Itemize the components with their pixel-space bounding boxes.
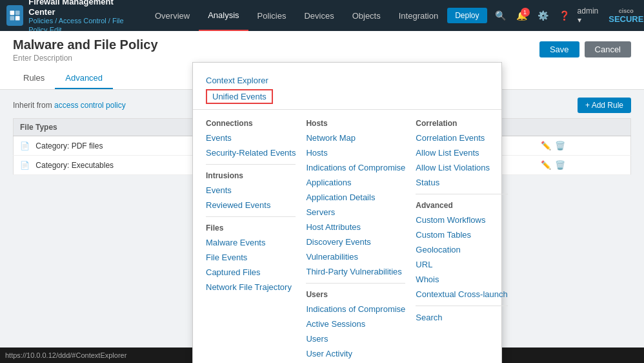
cancel-button[interactable]: Cancel [585,41,631,57]
section-hosts: Hosts [306,119,405,128]
section-correlation: Correlation [416,119,507,128]
dropdown-item-active-sessions[interactable]: Active Sessions [306,316,405,331]
dropdown-item-applications[interactable]: Applications [306,175,405,190]
tab-advanced[interactable]: Advanced [55,68,113,89]
dropdown-item-geolocation[interactable]: Geolocation [416,242,507,257]
dropdown-col-3: Correlation Correlation Events Allow Lis… [410,112,512,361]
dropdown-item-url[interactable]: URL [416,257,507,272]
edit-icon[interactable]: ✏️ [541,160,551,170]
dropdown-item-discovery-events[interactable]: Discovery Events [306,234,405,249]
action-icons: ✏️ 🗑️ [541,160,624,170]
section-files: Files [206,223,296,233]
section-users: Users [306,290,405,299]
nav-items: Overview Analysis Policies Devices Objec… [146,0,447,31]
file-icon: 📄 [20,141,30,150]
dropdown-item-security-events[interactable]: Security-Related Events [206,145,296,160]
nav-item-policies[interactable]: Policies [248,0,296,31]
divider-1 [206,164,296,165]
dropdown-item-events-intr[interactable]: Events [206,183,296,198]
dropdown-item-context-explorer[interactable]: Context Explorer [206,73,488,88]
action-icons: ✏️ 🗑️ [541,141,624,150]
dropdown-item-corr-events[interactable]: Correlation Events [416,130,507,145]
file-icon: 📄 [20,161,30,170]
dropdown-item-allow-list-viol[interactable]: Allow List Violations [416,160,507,175]
dropdown-item-custom-tables[interactable]: Custom Tables [416,227,507,242]
divider-4 [416,194,507,194]
notification-badge: 1 [521,8,530,17]
dropdown-item-indic-users[interactable]: Indications of Compromise [306,302,405,316]
delete-icon[interactable]: 🗑️ [555,160,565,170]
admin-menu[interactable]: admin ▾ [578,6,599,25]
dropdown-columns: Connections Events Security-Related Even… [193,112,501,361]
nav-item-analysis[interactable]: Analysis [199,0,248,31]
status-url: https://10.0.0.12/ddd/#ContextExplorer [5,351,126,359]
breadcrumb-prefix: Policies / Access Control / [28,17,110,25]
section-connections: Connections [206,119,296,128]
dropdown-item-malware-events[interactable]: Malware Events [206,235,296,250]
section-advanced: Advanced [416,201,507,210]
page-title: Malware and File Policy [13,37,158,52]
policy-link-area: Inherit from access control policy [13,101,126,110]
dropdown-item-hosts[interactable]: Hosts [306,145,405,160]
app-title: Firewall Management Center [28,0,136,17]
row-actions: ✏️ 🗑️ [534,136,631,156]
dropdown-item-captured-files[interactable]: Captured Files [206,265,296,280]
nav-item-integration[interactable]: Integration [390,0,447,31]
svg-rect-3 [15,16,20,21]
dropdown-item-host-attribs[interactable]: Host Attributes [306,220,405,234]
svg-rect-1 [15,11,20,16]
dropdown-top-section: Context Explorer Unified Events [193,70,501,110]
notifications-icon-btn[interactable]: 🔔 1 [514,8,530,23]
tab-rules[interactable]: Rules [13,68,55,89]
dropdown-item-third-party-vuln[interactable]: Third-Party Vulnerabilities [306,264,405,279]
settings-icon-btn[interactable]: ⚙️ [535,8,551,23]
dropdown-col-2: Hosts Network Map Hosts Indications of C… [301,112,410,361]
dropdown-item-custom-workflows[interactable]: Custom Workflows [416,213,507,227]
dropdown-item-contextual-cross[interactable]: Contextual Cross-launch [416,287,507,302]
add-rule-button[interactable]: + Add Rule [578,98,631,113]
nav-item-devices[interactable]: Devices [295,0,343,31]
row-actions: ✏️ 🗑️ [534,156,631,175]
search-icon-btn[interactable]: 🔍 [492,8,508,23]
logo-text: Firewall Management Center Policies / Ac… [28,0,136,34]
main-content: Malware and File Policy Enter Descriptio… [0,31,644,347]
dropdown-item-user-activity[interactable]: User Activity [306,346,405,361]
nav-item-objects[interactable]: Objects [343,0,390,31]
dropdown-item-reviewed-events[interactable]: Reviewed Events [206,198,296,213]
save-button[interactable]: Save [539,41,579,57]
divider-3 [306,283,405,284]
top-navigation: Firewall Management Center Policies / Ac… [0,0,644,31]
policy-link[interactable]: access control policy [54,101,126,110]
svg-rect-2 [10,16,15,21]
dropdown-item-allow-list-events[interactable]: Allow List Events [416,145,507,160]
dropdown-item-whois[interactable]: Whois [416,272,507,287]
dropdown-item-app-details[interactable]: Application Details [306,190,405,205]
dropdown-item-search[interactable]: Search [416,310,507,325]
delete-icon[interactable]: 🗑️ [555,141,565,150]
dropdown-col-1: Connections Events Security-Related Even… [201,112,301,361]
analysis-dropdown-menu: Context Explorer Unified Events Connecti… [192,62,502,363]
section-intrusions: Intrusions [206,171,296,180]
deploy-button[interactable]: Deploy [447,8,487,23]
dropdown-item-unified-events[interactable]: Unified Events [212,92,267,101]
dropdown-item-indications[interactable]: Indications of Compromise [306,160,405,175]
help-icon-btn[interactable]: ❓ [556,8,572,23]
dropdown-item-network-file-traj[interactable]: Network File Trajectory [206,280,296,295]
divider-2 [206,216,296,217]
dropdown-item-file-events[interactable]: File Events [206,250,296,265]
nav-item-overview[interactable]: Overview [146,0,199,31]
cisco-logo: cisco SECURE [609,8,643,24]
edit-icon[interactable]: ✏️ [541,141,551,150]
dropdown-item-vulnerabilities[interactable]: Vulnerabilities [306,249,405,264]
dropdown-item-servers[interactable]: Servers [306,205,405,220]
logo-block: Firewall Management Center Policies / Ac… [6,0,136,34]
dropdown-item-events-conn[interactable]: Events [206,130,296,145]
nav-right: Deploy 🔍 🔔 1 ⚙️ ❓ admin ▾ cisco SECURE [447,6,643,25]
divider-5 [416,306,507,306]
dropdown-item-status[interactable]: Status [416,175,507,190]
dropdown-item-network-map[interactable]: Network Map [306,130,405,145]
page-description: Enter Description [13,54,158,63]
app-logo-icon [6,5,23,26]
col-actions [534,119,631,136]
dropdown-item-users[interactable]: Users [306,331,405,346]
